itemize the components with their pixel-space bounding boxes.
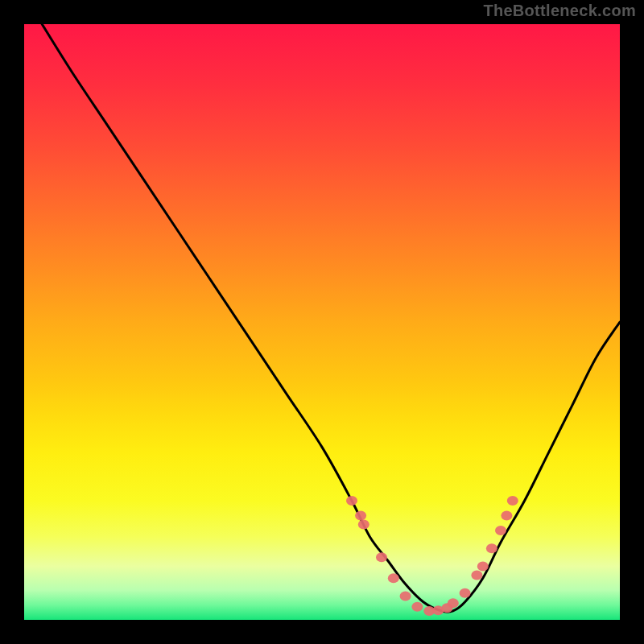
marker-point	[471, 571, 482, 580]
plot-area	[24, 24, 620, 620]
marker-point	[495, 526, 506, 535]
marker-point	[346, 496, 357, 506]
marker-point	[376, 552, 387, 562]
chart-stage: TheBottleneck.com	[0, 0, 644, 644]
marker-point	[411, 602, 423, 612]
plot-svg	[24, 24, 620, 620]
marker-point	[400, 591, 411, 601]
watermark-text: TheBottleneck.com	[483, 2, 636, 20]
marker-point	[486, 543, 497, 553]
marker-point	[448, 598, 459, 608]
marker-point	[477, 561, 489, 571]
marker-point	[460, 588, 471, 598]
marker-point	[388, 573, 399, 583]
marker-point	[355, 511, 366, 521]
marker-point	[507, 496, 518, 506]
marker-point	[501, 511, 512, 521]
marker-point	[358, 520, 369, 530]
gradient-background	[24, 24, 620, 620]
